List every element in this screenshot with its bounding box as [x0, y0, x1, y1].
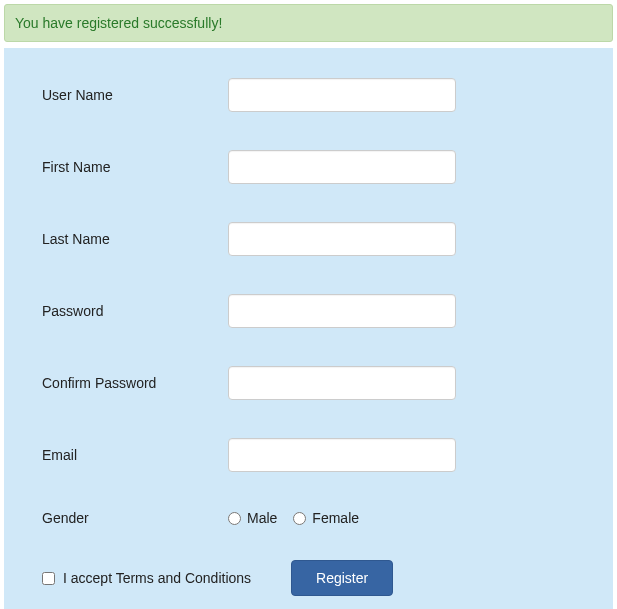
gender-female-radio[interactable] — [293, 512, 306, 525]
confirm-password-row: Confirm Password — [42, 366, 575, 400]
terms-group: I accept Terms and Conditions — [42, 570, 251, 586]
register-button-label: Register — [316, 570, 368, 586]
gender-female-label: Female — [312, 510, 359, 526]
firstname-label: First Name — [42, 159, 228, 175]
email-row: Email — [42, 438, 575, 472]
lastname-label: Last Name — [42, 231, 228, 247]
gender-row: Gender Male Female — [42, 510, 575, 526]
gender-radio-group: Male Female — [228, 510, 369, 526]
username-row: User Name — [42, 78, 575, 112]
email-label: Email — [42, 447, 228, 463]
gender-label: Gender — [42, 510, 228, 526]
terms-checkbox[interactable] — [42, 572, 55, 585]
register-button[interactable]: Register — [291, 560, 393, 596]
firstname-row: First Name — [42, 150, 575, 184]
bottom-row: I accept Terms and Conditions Register — [42, 560, 575, 596]
confirm-password-label: Confirm Password — [42, 375, 228, 391]
password-input[interactable] — [228, 294, 456, 328]
terms-label: I accept Terms and Conditions — [63, 570, 251, 586]
email-input[interactable] — [228, 438, 456, 472]
confirm-password-input[interactable] — [228, 366, 456, 400]
username-input[interactable] — [228, 78, 456, 112]
firstname-input[interactable] — [228, 150, 456, 184]
username-label: User Name — [42, 87, 228, 103]
success-alert-text: You have registered successfully! — [15, 15, 222, 31]
success-alert: You have registered successfully! — [4, 4, 613, 42]
gender-male-radio[interactable] — [228, 512, 241, 525]
password-label: Password — [42, 303, 228, 319]
gender-male-item: Male — [228, 510, 277, 526]
registration-form: User Name First Name Last Name Password … — [4, 48, 613, 609]
lastname-input[interactable] — [228, 222, 456, 256]
lastname-row: Last Name — [42, 222, 575, 256]
password-row: Password — [42, 294, 575, 328]
gender-female-item: Female — [293, 510, 359, 526]
gender-male-label: Male — [247, 510, 277, 526]
